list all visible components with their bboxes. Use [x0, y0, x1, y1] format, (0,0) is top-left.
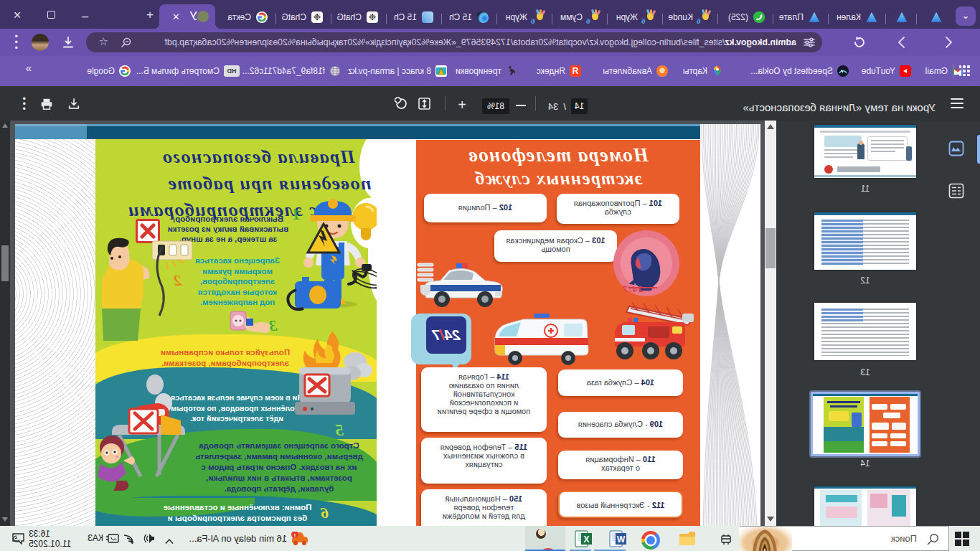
svg-text:!: ! — [294, 532, 296, 539]
svg-text:X: X — [583, 534, 589, 545]
svg-text:W: W — [616, 534, 625, 545]
